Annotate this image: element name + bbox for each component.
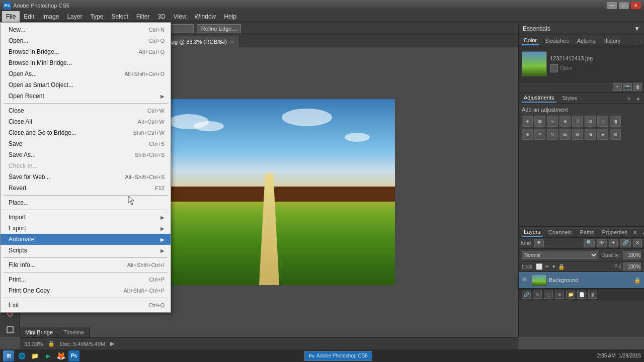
menu-export[interactable]: Export ▶ <box>1 223 171 234</box>
menu-item-help[interactable]: Help <box>220 11 240 22</box>
menu-item-image[interactable]: Image <box>38 11 63 22</box>
tab-properties[interactable]: Properties <box>600 228 629 236</box>
panel-tab-swatches[interactable]: Swatches <box>543 37 571 45</box>
menu-close-all[interactable]: Close All Alt+Ctrl+W <box>1 116 171 127</box>
panel-trash-icon[interactable]: 🗑 <box>633 83 642 91</box>
menu-import[interactable]: Import ▶ <box>1 212 171 223</box>
menu-scripts[interactable]: Scripts ▶ <box>1 245 171 256</box>
status-arrow[interactable]: ▶ <box>110 340 114 347</box>
blend-mode-select[interactable]: Normal <box>522 251 598 259</box>
menu-item-type[interactable]: Type <box>86 11 107 22</box>
menu-automate[interactable]: Automate ▶ <box>1 234 171 245</box>
menu-file-info[interactable]: File Info... Alt+Shift+Ctrl+I <box>1 259 171 270</box>
menu-new[interactable]: New... Ctrl+N <box>1 24 171 35</box>
menu-print[interactable]: Print... Ctrl+P <box>1 274 171 285</box>
lock-image-btn[interactable]: ✏ <box>545 263 549 270</box>
layer-delete-btn[interactable]: 🗑 <box>588 291 597 299</box>
tab-1-close[interactable]: ✕ <box>230 39 234 45</box>
layer-visibility-icon[interactable]: 👁 <box>522 276 530 284</box>
filter-kind-btn[interactable]: ▼ <box>534 239 544 247</box>
adj-channel-mixer[interactable]: ≡ <box>534 129 545 140</box>
tool-screen-mode[interactable] <box>2 323 18 337</box>
adj-gradient-map[interactable]: ▰ <box>597 129 608 140</box>
adj-threshold[interactable]: ◑ <box>585 129 596 140</box>
adj-bw[interactable]: ◨ <box>610 116 621 127</box>
menu-save-web[interactable]: Save for Web... Alt+Shift+Ctrl+S <box>1 171 171 183</box>
panel-tab-color[interactable]: Color <box>522 36 539 45</box>
menu-print-one-copy[interactable]: Print One Copy Alt+Shift+ Ctrl+P <box>1 285 171 296</box>
bottom-tab-timeline[interactable]: Timeline <box>58 327 90 337</box>
taskbar-firefox-icon[interactable]: 🦊 <box>55 350 66 361</box>
menu-open-as[interactable]: Open As... Alt+Shift+Ctrl+O <box>1 68 171 79</box>
layer-new-btn[interactable]: 📄 <box>577 291 586 299</box>
menu-save-as[interactable]: Save As... Shift+Ctrl+S <box>1 149 171 160</box>
adj-vibrance[interactable]: ▽ <box>572 116 583 127</box>
menu-exit[interactable]: Exit Ctrl+Q <box>1 300 171 311</box>
menu-item-edit[interactable]: Edit <box>20 11 38 22</box>
adj-hue-sat[interactable]: ⊡ <box>585 116 596 127</box>
lock-all-btn[interactable]: 🔒 <box>558 263 565 270</box>
menu-item-file[interactable]: File <box>2 11 20 22</box>
layers-filter-linked[interactable]: 🔗 <box>620 239 631 247</box>
adj-exposure[interactable]: ◈ <box>559 116 571 127</box>
layers-search-btn[interactable]: 🔍 <box>584 239 595 247</box>
adj-color-balance[interactable]: ◁ <box>597 116 608 127</box>
bottom-tab-mini-bridge[interactable]: Mini Bridge <box>20 327 58 337</box>
menu-browse-mini-bridge[interactable]: Browse in Mini Bridge... <box>1 57 171 68</box>
taskbar-ps-running[interactable]: Ps Adobe Photoshop CS6 <box>304 351 372 361</box>
menu-item-select[interactable]: Select <box>107 11 132 22</box>
menu-save[interactable]: Save Ctrl+S <box>1 138 171 149</box>
lock-position-btn[interactable]: ✦ <box>551 263 556 270</box>
menu-item-filter[interactable]: Filter <box>132 11 154 22</box>
minimize-button[interactable]: — <box>607 2 617 9</box>
menu-place[interactable]: Place... <box>1 197 171 208</box>
tab-styles[interactable]: Styles <box>560 94 580 102</box>
lock-transparent-btn[interactable]: ⬜ <box>536 263 543 270</box>
layers-filter-adj[interactable]: ✦ <box>609 239 618 247</box>
taskbar-ps-icon[interactable]: Ps <box>68 350 79 361</box>
layer-adjustment-btn[interactable]: ⊕ <box>555 291 564 299</box>
menu-close-bridge[interactable]: Close and Go to Bridge... Shift+Ctrl+W <box>1 127 171 138</box>
layers-collapse-btn[interactable]: ▲ <box>641 229 644 235</box>
layers-filter-visibility[interactable]: 👁 <box>597 239 607 247</box>
menu-item-window[interactable]: Window <box>191 11 220 22</box>
menu-open[interactable]: Open... Ctrl+O <box>1 35 171 46</box>
taskbar-media-icon[interactable]: ▶ <box>42 350 53 361</box>
tab-paths[interactable]: Paths <box>578 228 596 236</box>
adj-selective-color[interactable]: ⊠ <box>610 129 621 140</box>
menu-browse-bridge[interactable]: Browse in Bridge... Alt+Ctrl+O <box>1 46 171 57</box>
adj-brightness[interactable]: ☀ <box>522 116 533 127</box>
taskbar-explorer-icon[interactable]: 📁 <box>29 350 40 361</box>
layer-fx-btn[interactable]: fx <box>533 291 542 299</box>
panel-camera-icon[interactable]: 📷 <box>623 83 632 91</box>
menu-item-layer[interactable]: Layer <box>63 11 86 22</box>
tab-channels[interactable]: Channels <box>546 228 574 236</box>
adj-invert[interactable]: ⊞ <box>559 129 571 140</box>
fill-input[interactable] <box>623 262 641 270</box>
maximize-button[interactable]: □ <box>619 2 629 9</box>
tab-layers[interactable]: Layers <box>522 228 542 237</box>
close-button[interactable]: ✕ <box>631 2 641 9</box>
layer-background-row[interactable]: 👁 Background 🔒 <box>519 272 644 288</box>
layer-group-btn[interactable]: 📁 <box>566 291 575 299</box>
adj-posterize[interactable]: ▤ <box>572 129 583 140</box>
adj-levels[interactable]: ▦ <box>534 116 545 127</box>
adj-collapse-btn[interactable]: ▲ <box>635 95 641 101</box>
adj-options-btn[interactable]: ≡ <box>627 95 630 101</box>
menu-item-3d[interactable]: 3D <box>153 11 169 22</box>
panel-tab-history[interactable]: History <box>601 37 622 45</box>
menu-close[interactable]: Close Ctrl+W <box>1 105 171 116</box>
essentials-dropdown[interactable]: Essentials ▼ <box>518 22 644 35</box>
panel-create-icon[interactable]: + <box>613 83 622 91</box>
menu-open-smart[interactable]: Open as Smart Object... <box>1 79 171 90</box>
tab-adjustments[interactable]: Adjustments <box>522 94 556 103</box>
panel-options-btn[interactable]: ≡ <box>638 38 641 44</box>
menu-item-view[interactable]: View <box>170 11 191 22</box>
adj-curves[interactable]: ∿ <box>547 116 558 127</box>
adj-photo-filter[interactable]: ⊕ <box>522 129 533 140</box>
layers-options-btn[interactable]: ≡ <box>633 229 636 235</box>
layers-filter-toggle[interactable]: ✕ <box>633 239 642 247</box>
opacity-input[interactable] <box>623 251 641 259</box>
layer-link-btn[interactable]: 🔗 <box>522 291 531 299</box>
menu-revert[interactable]: Revert F12 <box>1 183 171 194</box>
